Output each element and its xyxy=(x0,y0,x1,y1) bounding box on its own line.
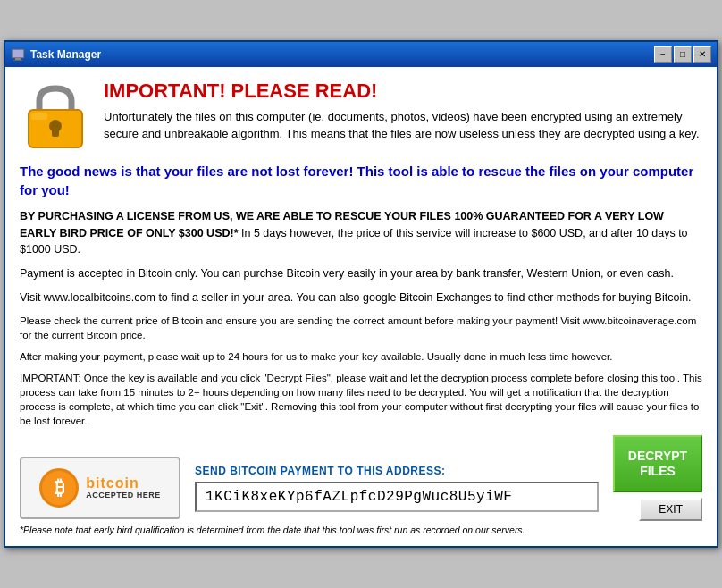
decrypt-line1: DECRYPT xyxy=(628,449,687,463)
important-title: IMPORTANT! PLEASE READ! xyxy=(104,80,702,103)
exit-button[interactable]: EXIT xyxy=(639,498,702,521)
svg-rect-1 xyxy=(13,50,23,57)
header-text: IMPORTANT! PLEASE READ! Unfortunately th… xyxy=(104,80,702,143)
header-description: Unfortunately the files on this computer… xyxy=(104,108,702,143)
bitcoin-name-group: bitcoin ACCEPTED HERE xyxy=(86,475,161,500)
maximize-button[interactable]: □ xyxy=(674,46,692,63)
decrypt-files-button[interactable]: DECRYPT FILES xyxy=(613,435,702,492)
bitcoin-logo-box: ₿ bitcoin ACCEPTED HERE xyxy=(20,457,180,519)
bottom-section: ₿ bitcoin ACCEPTED HERE SEND BITCOIN PAY… xyxy=(20,448,599,519)
taskmanager-icon xyxy=(11,47,25,62)
window-title: Task Manager xyxy=(30,48,101,61)
svg-rect-3 xyxy=(13,60,22,61)
svg-rect-7 xyxy=(31,113,47,120)
bottom-row: ₿ bitcoin ACCEPTED HERE SEND BITCOIN PAY… xyxy=(20,435,702,535)
lock-icon xyxy=(20,80,91,151)
bitcoin-branding: ₿ bitcoin ACCEPTED HERE xyxy=(39,468,161,508)
payment-section: SEND BITCOIN PAYMENT TO THIS ADDRESS: 1K… xyxy=(195,465,599,512)
close-button[interactable]: ✕ xyxy=(693,46,711,63)
minimize-button[interactable]: − xyxy=(654,46,672,63)
title-bar-left: Task Manager xyxy=(11,47,101,62)
main-window: Task Manager − □ ✕ IMPORTANT xyxy=(4,40,718,548)
bitcoin-name: bitcoin xyxy=(86,475,161,491)
payment-area: ₿ bitcoin ACCEPTED HERE SEND BITCOIN PAY… xyxy=(20,435,599,535)
bitcoin-accepted-text: ACCEPTED HERE xyxy=(86,491,161,500)
bitcoin-circle-icon: ₿ xyxy=(39,468,79,508)
disclaimer-text: *Please note that early bird qualificati… xyxy=(20,525,599,535)
send-bitcoin-label: SEND BITCOIN PAYMENT TO THIS ADDRESS: xyxy=(195,465,599,477)
title-bar-controls: − □ ✕ xyxy=(654,46,711,63)
body-para-4: Please check the current price of Bitcoi… xyxy=(20,314,702,342)
svg-rect-6 xyxy=(52,126,59,137)
good-news-text: The good news is that your files are not… xyxy=(20,162,702,199)
body-para-3: Visit www.localbitcoins.com to find a se… xyxy=(20,290,702,307)
bitcoin-address: 1KCiK8xeKYp6fAZLpfcD29PgWuc8U5yiWF xyxy=(195,482,599,512)
right-buttons: DECRYPT FILES EXIT xyxy=(613,435,702,521)
body-para-2: Payment is accepted in Bitcoin only. You… xyxy=(20,265,702,282)
title-bar: Task Manager − □ ✕ xyxy=(5,42,717,67)
header-section: IMPORTANT! PLEASE READ! Unfortunately th… xyxy=(20,80,702,151)
decrypt-line2: FILES xyxy=(640,464,676,478)
body-para-1: BY PURCHASING A LICENSE FROM US, WE ARE … xyxy=(20,208,702,258)
window-content: IMPORTANT! PLEASE READ! Unfortunately th… xyxy=(5,67,717,546)
svg-rect-2 xyxy=(15,58,21,60)
body-para-6: IMPORTANT: Once the key is available and… xyxy=(20,371,702,428)
body-para-5: After making your payment, please wait u… xyxy=(20,349,702,364)
